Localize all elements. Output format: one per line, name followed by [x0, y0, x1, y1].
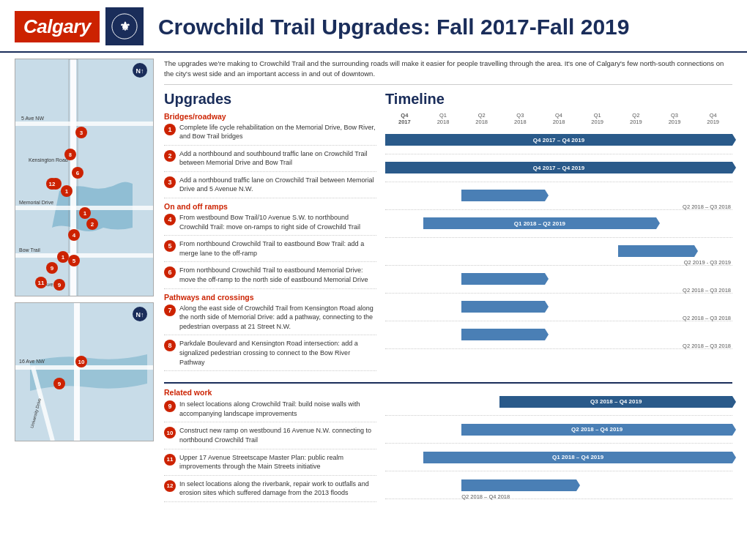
item-3-text: Add a northbound traffic lane on Crowchi…: [179, 176, 376, 194]
tl-row-6: Q2 2018 – Q3 2018: [385, 266, 732, 294]
category-title-bridges: Bridges/roadway: [164, 112, 376, 121]
num-7: 7: [164, 305, 176, 316]
item-12: 12 In select locations along the riverba…: [164, 479, 376, 502]
item-6: 6 From northbound Crowchild Trail to eas…: [164, 266, 376, 288]
num-5: 5: [164, 240, 176, 252]
upgrades-timeline-area: Upgrades Bridges/roadway 1 Complete life…: [164, 91, 732, 376]
num-3: 3: [164, 176, 176, 188]
map-lower: 16 Ave NW University Drive 10 9 N↑: [15, 302, 154, 441]
svg-rect-2: [15, 59, 154, 296]
item-4: 4 From westbound Bow Trail/10 Avenue S.W…: [164, 213, 376, 236]
category-pathways: Pathways and crossings 7 Along the east …: [164, 293, 376, 372]
svg-text:1: 1: [83, 210, 87, 217]
item-5-text: From northbound Crowchild Trail to eastb…: [179, 239, 376, 258]
item-10-text: Construct new ramp on westbound 16 Avenu…: [179, 426, 376, 444]
upgrades-section: Upgrades Bridges/roadway 1 Complete life…: [164, 91, 376, 376]
item-11: 11 Upper 17 Avenue Streetscape Master Pl…: [164, 453, 376, 476]
tl-row-1: Q4 2017 – Q4 2019: [385, 127, 732, 154]
upgrades-title: Upgrades: [164, 91, 376, 108]
item-2-text: Add a northbound and southbound traffic …: [179, 149, 376, 168]
timeline-section: Timeline Q42017 Q12018 Q22018 Q32018 Q42…: [385, 91, 732, 376]
intro-text: The upgrades we're making to Crowchild T…: [164, 59, 732, 85]
svg-text:12: 12: [49, 181, 56, 187]
svg-text:6: 6: [76, 170, 80, 176]
num-8: 8: [164, 340, 176, 351]
related-timeline: Q3 2018 – Q4 2019 Q2 2018 – Q4 2019: [385, 388, 732, 506]
item-2: 2 Add a northbound and southbound traffi…: [164, 149, 376, 172]
svg-text:Bow Trail: Bow Trail: [19, 247, 40, 253]
item-12-text: In select locations along the riverbank,…: [179, 479, 376, 498]
maps-column: 5 Ave NW Memorial Drive Bow Trail 17 Ave…: [15, 59, 154, 506]
main-area: 5 Ave NW Memorial Drive Bow Trail 17 Ave…: [0, 53, 747, 512]
related-work-section: Related work 9 In select locations along…: [164, 382, 732, 506]
num-4: 4: [164, 214, 176, 225]
tl-row-11: Q1 2018 – Q4 2019: [385, 444, 732, 471]
related-upgrades: Related work 9 In select locations along…: [164, 388, 376, 506]
item-10: 10 Construct new ramp on westbound 16 Av…: [164, 426, 376, 449]
timeline-title: Timeline: [385, 91, 732, 108]
timeline-header: Q42017 Q12018 Q22018 Q32018 Q42018 Q1201…: [385, 112, 732, 125]
num-10: 10: [164, 427, 176, 438]
tl-col-3: Q32018: [501, 112, 540, 125]
item-1: 1 Complete life cycle rehabilitation on …: [164, 123, 376, 146]
crest-icon: ⚜: [111, 12, 138, 40]
map-lower-svg: 16 Ave NW University Drive 10 9 N↑: [15, 303, 154, 441]
tl-col-6: Q22019: [617, 112, 655, 125]
item-11-text: Upper 17 Avenue Streetscape Master Plan:…: [179, 453, 376, 471]
category-title-ramps: On and off ramps: [164, 202, 376, 211]
svg-text:11: 11: [38, 280, 45, 286]
right-content: The upgrades we're making to Crowchild T…: [164, 59, 732, 506]
item-3: 3 Add a northbound traffic lane on Crowc…: [164, 176, 376, 198]
svg-text:4: 4: [73, 232, 76, 239]
crest-logo: ⚜: [105, 7, 144, 45]
svg-text:N↑: N↑: [136, 311, 144, 318]
tl-row-3: Q2 2018 – Q3 2018: [385, 182, 732, 210]
svg-text:9: 9: [58, 282, 62, 288]
svg-text:9: 9: [51, 265, 54, 272]
item-6-text: From northbound Crowchild Trail to eastb…: [179, 266, 376, 284]
item-5: 5 From northbound Crowchild Trail to eas…: [164, 239, 376, 262]
num-12: 12: [164, 480, 176, 492]
svg-text:2: 2: [91, 221, 94, 228]
svg-rect-5: [15, 122, 154, 126]
num-11: 11: [164, 454, 176, 466]
tl-row-7: Q2 2018 – Q3 2018: [385, 294, 732, 321]
item-7: 7 Along the east side of Crowchild Trail…: [164, 304, 376, 336]
header: Calgary ⚜ Crowchild Trail Upgrades: Fall…: [0, 0, 747, 53]
tl-row-8: Q2 2018 – Q3 2018: [385, 321, 732, 349]
svg-text:5: 5: [73, 258, 76, 264]
svg-text:N↑: N↑: [136, 67, 144, 75]
svg-text:⚜: ⚜: [119, 20, 130, 34]
item-8: 8 Parkdale Boulevard and Kensington Road…: [164, 339, 376, 371]
svg-text:Memorial Drive: Memorial Drive: [19, 200, 53, 205]
item-8-text: Parkdale Boulevard and Kensington Road i…: [179, 339, 376, 367]
item-1-text: Complete life cycle rehabilitation on th…: [179, 123, 376, 141]
svg-text:9: 9: [58, 381, 62, 387]
svg-text:Kensington Road: Kensington Road: [29, 157, 68, 163]
num-2: 2: [164, 150, 176, 162]
svg-rect-44: [74, 303, 80, 441]
svg-rect-7: [15, 253, 154, 258]
svg-text:1: 1: [62, 254, 65, 261]
tl-col-7: Q32019: [655, 112, 694, 125]
tl-row-10: Q2 2018 – Q4 2019: [385, 416, 732, 444]
map-upper-svg: 5 Ave NW Memorial Drive Bow Trail 17 Ave…: [15, 59, 154, 296]
category-bridges: Bridges/roadway 1 Complete life cycle re…: [164, 112, 376, 199]
svg-text:3: 3: [80, 130, 83, 136]
item-9-text: In select locations along Crowchild Trai…: [179, 400, 376, 418]
item-9: 9 In select locations along Crowchild Tr…: [164, 400, 376, 422]
svg-text:1: 1: [65, 188, 69, 195]
category-title-related: Related work: [164, 388, 376, 397]
svg-text:8: 8: [69, 152, 72, 157]
tl-col-1: Q12018: [424, 112, 463, 125]
tl-row-2: Q4 2017 – Q4 2019: [385, 154, 732, 182]
page-title: Crowchild Trail Upgrades: Fall 2017-Fall…: [158, 15, 630, 39]
map-upper: 5 Ave NW Memorial Drive Bow Trail 17 Ave…: [15, 59, 154, 296]
item-4-text: From westbound Bow Trail/10 Avenue S.W. …: [179, 213, 376, 231]
tl-col-4: Q42018: [540, 112, 579, 125]
svg-text:10: 10: [78, 359, 85, 365]
tl-col-2: Q22018: [462, 112, 501, 125]
tl-row-9: Q3 2018 – Q4 2019: [385, 388, 732, 416]
item-7-text: Along the east side of Crowchild Trail f…: [179, 304, 376, 332]
tl-row-12: Q2 2018 – Q4 2018: [385, 471, 732, 499]
